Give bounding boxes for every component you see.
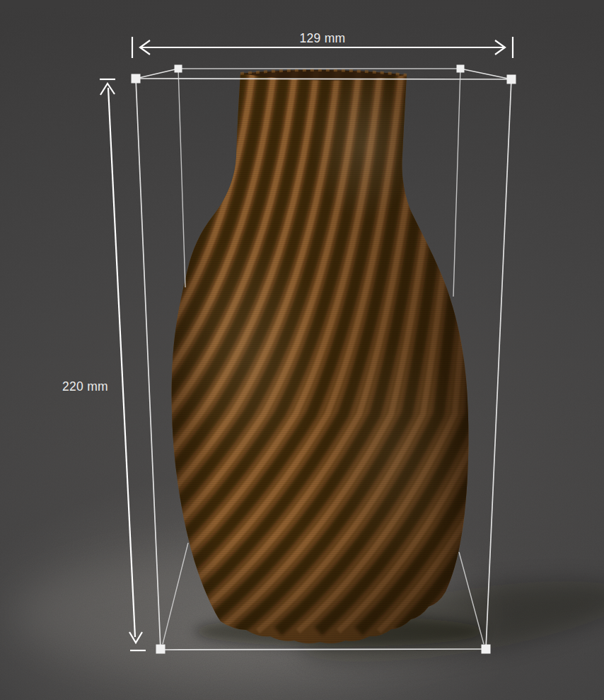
bbox-handle-top-front-right[interactable] [507, 75, 516, 84]
bbox-handle-top-back-left[interactable] [175, 65, 182, 73]
bbox-edge-bottom-front [161, 649, 486, 650]
bbox-edge-top-front [136, 79, 511, 79]
bbox-handle-bottom-right[interactable] [482, 645, 491, 654]
bbox-handle-bottom-left[interactable] [156, 645, 165, 654]
bbox-handle-top-back-right[interactable] [457, 65, 465, 73]
height-dimension-label: 220 mm [62, 379, 108, 394]
width-dimension-label: 129 mm [299, 31, 345, 45]
viewport-3d[interactable]: 129 mm 220 mm [0, 0, 604, 700]
scene-svg: 129 mm 220 mm [0, 0, 604, 700]
bbox-handle-top-front-left[interactable] [132, 74, 141, 84]
